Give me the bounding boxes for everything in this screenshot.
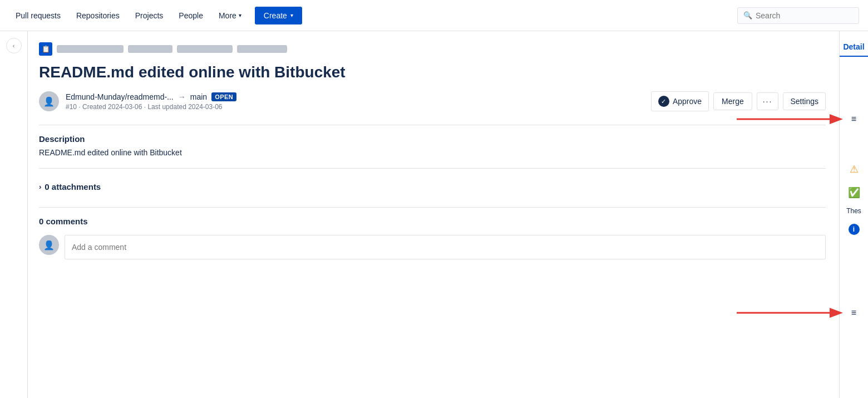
thes-label: Thes — [844, 206, 864, 216]
approve-button[interactable]: ✓ Approve — [651, 91, 709, 111]
detail-tab[interactable]: Detail — [840, 38, 868, 57]
list-icon-button-1[interactable]: ≡ — [844, 109, 864, 129]
create-label: Create — [264, 11, 287, 20]
search-input[interactable] — [756, 11, 853, 20]
breadcrumb-title — [237, 45, 287, 53]
merge-button[interactable]: Merge — [713, 92, 752, 110]
detail-label: Detail — [843, 42, 864, 51]
pr-actions: ✓ Approve Merge ··· Settings — [651, 91, 826, 111]
info-icon-button[interactable]: i — [844, 219, 864, 239]
list-icon-1: ≡ — [851, 114, 856, 124]
create-button[interactable]: Create ▾ — [255, 7, 302, 24]
red-arrow-1 — [737, 111, 848, 127]
list-icon-button-2[interactable]: ≡ — [844, 303, 864, 323]
pr-meta-row: 👤 Edmund-Munday/readmemd-... → main OPEN… — [39, 91, 826, 111]
chevron-down-icon: ▾ — [239, 12, 241, 18]
comment-input-row: 👤 — [39, 235, 826, 259]
list-icon-row-2: ≡ — [840, 298, 868, 327]
pr-dates: #10 · Created 2024-03-06 · Last updated … — [66, 103, 236, 111]
collapse-icon: ‹ — [13, 42, 15, 49]
create-chevron-icon: ▾ — [290, 12, 293, 18]
avatar: 👤 — [39, 91, 59, 111]
topnav: Pull requests Repositories Projects Peop… — [0, 0, 868, 31]
branch-from: Edmund-Munday/readmemd-... — [66, 92, 174, 101]
divider-3 — [39, 207, 826, 208]
pr-branch-row: Edmund-Munday/readmemd-... → main OPEN — [66, 92, 236, 101]
left-sidebar: ‹ — [0, 31, 28, 398]
commenter-avatar-icon: 👤 — [43, 240, 55, 250]
approve-check-icon: ✓ — [658, 96, 669, 107]
nav-item-people[interactable]: People — [172, 7, 210, 24]
repo-icon: 📋 — [39, 42, 52, 56]
right-sidebar: Detail ≡ ⚠ ✅ Thes — [839, 31, 868, 398]
divider-2 — [39, 168, 826, 169]
pr-info: Edmund-Munday/readmemd-... → main OPEN #… — [66, 92, 236, 111]
info-icon: i — [849, 224, 860, 235]
search-icon: 🔍 — [743, 11, 752, 19]
breadcrumb-repo — [57, 45, 124, 53]
success-icon: ✅ — [848, 186, 860, 199]
pr-title: README.md edited online with Bitbucket — [39, 62, 826, 82]
comment-input[interactable] — [65, 235, 826, 259]
search-box[interactable]: 🔍 — [737, 7, 859, 24]
repo-icon-symbol: 📋 — [42, 45, 50, 53]
arrow-icon: → — [178, 92, 186, 101]
settings-button[interactable]: Settings — [783, 92, 826, 110]
main-content: 📋 README.md edited online with Bitbucket… — [28, 31, 839, 398]
nav-item-more[interactable]: More ▾ — [212, 7, 248, 24]
divider-1 — [39, 125, 826, 125]
more-button[interactable]: ··· — [757, 92, 779, 110]
collapse-button[interactable]: ‹ — [6, 38, 22, 53]
list-icon-row-1: ≡ — [840, 105, 868, 134]
red-arrow-2 — [737, 304, 848, 321]
attachments-row[interactable]: › 0 attachments — [39, 178, 826, 196]
description-title: Description — [39, 134, 826, 144]
commenter-avatar: 👤 — [39, 235, 59, 255]
status-badge: OPEN — [211, 92, 236, 101]
comments-title: 0 comments — [39, 217, 826, 226]
nav-item-repositories[interactable]: Repositories — [70, 7, 126, 24]
layout: ‹ 📋 README.md edited online with Bitbuck… — [0, 31, 868, 398]
nav-right: 🔍 — [737, 7, 859, 24]
breadcrumb: 📋 — [39, 42, 826, 56]
nav-item-projects[interactable]: Projects — [129, 7, 170, 24]
breadcrumb-branch — [128, 45, 172, 53]
nav-left: Pull requests Repositories Projects Peop… — [9, 7, 302, 24]
nav-item-pull-requests[interactable]: Pull requests — [9, 7, 67, 24]
branch-to: main — [190, 92, 207, 101]
approve-label: Approve — [673, 97, 702, 106]
avatar-placeholder: 👤 — [43, 96, 55, 107]
warning-icon: ⚠ — [850, 163, 859, 175]
attachments-label: 0 attachments — [45, 182, 101, 191]
more-label: More — [219, 11, 236, 20]
description-body: README.md edited online with Bitbucket — [39, 148, 826, 157]
success-icon-button[interactable]: ✅ — [844, 183, 864, 203]
attachments-chevron-icon: › — [39, 183, 41, 191]
warning-icon-button[interactable]: ⚠ — [844, 159, 864, 179]
list-icon-2: ≡ — [851, 308, 856, 318]
breadcrumb-path — [177, 45, 233, 53]
comments-section: 0 comments 👤 — [39, 217, 826, 259]
